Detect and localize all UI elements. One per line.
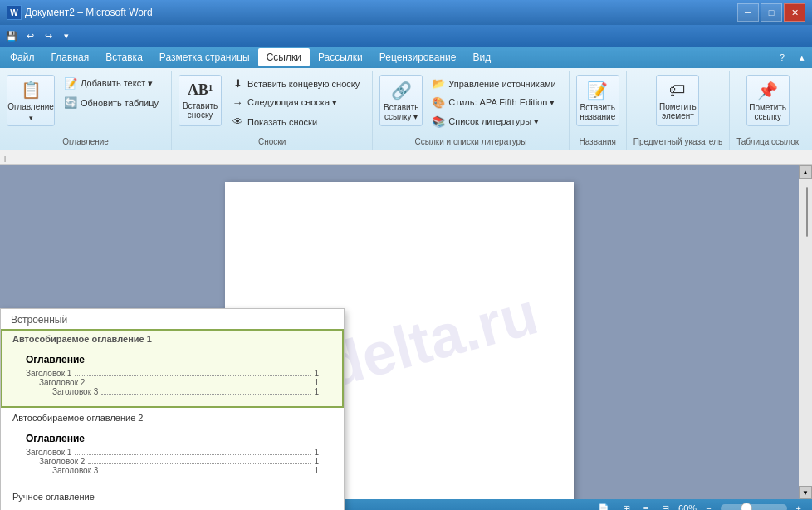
dropdown-section-label: Встроенный <box>1 309 344 329</box>
zoom-slider[interactable] <box>721 504 787 510</box>
menu-insert[interactable]: Вставка <box>97 48 151 66</box>
show-footnotes-button[interactable]: 👁 Показать сноски <box>225 113 365 130</box>
ribbon-footnotes-section: AB¹ Вставить сноску ⬇ Вставить концевую … <box>172 71 373 150</box>
caption-icon: 📝 <box>587 81 608 101</box>
mark-icon: 📌 <box>757 81 778 101</box>
auto-toc-2-label: Автособираемое оглавление 2 <box>12 413 332 423</box>
quick-access-toolbar: 💾 ↩ ↪ ▾ <box>0 25 812 47</box>
scroll-down-button[interactable]: ▼ <box>799 486 812 499</box>
toc1-entry-3: Заголовок 3 1 <box>26 387 319 396</box>
scroll-up-button[interactable]: ▲ <box>799 165 812 179</box>
toc-section-label: Оглавление <box>62 134 109 146</box>
menu-review[interactable]: Рецензирование <box>371 48 465 66</box>
zoom-out-button[interactable]: − <box>702 502 715 510</box>
toc2-entry-2: Заголовок 2 1 <box>26 457 319 466</box>
citations-section-label: Ссылки и списки литературы <box>415 134 527 146</box>
toc2-entry-3: Заголовок 3 1 <box>26 466 319 475</box>
toc-label: Оглавление <box>7 102 54 111</box>
toc-small-group: 📝 Добавить текст ▾ 🔄 Обновить таблицу <box>58 75 164 111</box>
ruler-svg: | <box>0 150 812 165</box>
title-bar-left: W Документ2 – Microsoft Word <box>7 5 153 20</box>
auto-toc-1-label: Автособираемое оглавление 1 <box>12 334 332 344</box>
style-selector-button[interactable]: 🎨 Стиль: APA Fifth Edition ▾ <box>426 94 561 111</box>
add-text-button[interactable]: 📝 Добавить текст ▾ <box>58 75 164 92</box>
ribbon-index-buttons: 🏷 Пометить элемент <box>656 75 699 126</box>
ribbon-minimize-icon[interactable]: ▴ <box>794 49 810 66</box>
ribbon-footnotes-buttons: AB¹ Вставить сноску ⬇ Вставить концевую … <box>179 75 365 130</box>
qat-redo[interactable]: ↪ <box>40 27 56 44</box>
view-web-button[interactable]: ≡ <box>639 502 653 510</box>
window-controls: ─ □ ✕ <box>737 3 805 22</box>
main-layout: Встроенный Автособираемое оглавление 1 О… <box>0 165 812 499</box>
menu-bar: Файл Главная Вставка Разметка страницы С… <box>0 47 812 68</box>
ruler: | <box>0 150 812 165</box>
manual-toc-label: Ручное оглавление <box>12 492 332 502</box>
menu-pagelayout[interactable]: Разметка страницы <box>151 48 258 66</box>
qat-dropdown[interactable]: ▾ <box>58 27 75 44</box>
view-outline-button[interactable]: ⊟ <box>658 502 673 511</box>
insert-footnote-button[interactable]: AB¹ Вставить сноску <box>179 75 222 126</box>
manage-sources-button[interactable]: 📂 Управление источниками <box>426 75 561 92</box>
auto-toc-1-title: Оглавление <box>26 354 319 365</box>
ribbon-citations-buttons: 🔗 Вставить ссылку ▾ 📂 Управление источни… <box>379 75 561 130</box>
toc1-entry-2: Заголовок 2 1 <box>26 378 319 387</box>
app-icon: W <box>7 5 22 20</box>
toc-button[interactable]: 📋 Оглавление ▾ <box>7 75 55 126</box>
update-icon: 🔄 <box>64 96 77 109</box>
ribbon-citation-table-buttons: 📌 Пометить ссылку <box>746 75 790 126</box>
qat-undo[interactable]: ↩ <box>22 27 38 44</box>
vertical-scrollbar[interactable]: ▲ ▼ <box>799 165 812 499</box>
toc-icon: 📋 <box>21 80 42 100</box>
scroll-thumb[interactable] <box>806 187 808 237</box>
insert-endnote-button[interactable]: ⬇ Вставить концевую сноску <box>225 75 365 92</box>
svg-rect-0 <box>0 150 812 165</box>
view-full-button[interactable]: ⊞ <box>619 502 634 511</box>
zoom-thumb[interactable] <box>741 503 752 510</box>
citation-icon: 🔗 <box>391 81 412 101</box>
zoom-in-button[interactable]: + <box>792 502 805 510</box>
toc2-entry-1: Заголовок 1 1 <box>26 448 319 457</box>
close-button[interactable]: ✕ <box>784 3 805 22</box>
menu-mailings[interactable]: Рассылки <box>310 48 371 66</box>
insert-caption-button[interactable]: 📝 Вставить название <box>576 75 619 126</box>
title-bar: W Документ2 – Microsoft Word ─ □ ✕ <box>0 0 812 25</box>
entry-icon: 🏷 <box>669 81 686 100</box>
footnotes-section-label: Сноски <box>258 134 286 146</box>
svg-text:|: | <box>4 154 6 162</box>
footnotes-small-group: ⬇ Вставить концевую сноску → Следующая с… <box>225 75 365 130</box>
menu-view[interactable]: Вид <box>464 48 499 66</box>
view-print-button[interactable]: 📄 <box>594 502 614 511</box>
next-footnote-button[interactable]: → Следующая сноска ▾ <box>225 94 365 111</box>
maximize-button[interactable]: □ <box>761 3 782 22</box>
insert-citation-button[interactable]: 🔗 Вставить ссылку ▾ <box>379 75 423 126</box>
minimize-button[interactable]: ─ <box>737 3 759 22</box>
manual-toc-preview: Оглавление Введите название главы (урове… <box>12 505 332 510</box>
ruler-content: | <box>0 150 812 164</box>
next-icon: → <box>231 96 244 109</box>
ribbon-index-section: 🏷 Пометить элемент Предметный указатель <box>627 71 730 150</box>
show-icon: 👁 <box>231 115 244 128</box>
title-text: Документ2 – Microsoft Word <box>25 7 153 18</box>
captions-section-label: Названия <box>579 134 616 146</box>
toc1-entry-1: Заголовок 1 1 <box>26 369 319 378</box>
qat-save[interactable]: 💾 <box>3 27 20 44</box>
citation-table-section-label: Таблица ссылок <box>736 134 799 146</box>
menu-file[interactable]: Файл <box>2 48 43 66</box>
bibliography-icon: 📚 <box>432 115 445 128</box>
footnote-icon: AB¹ <box>188 81 213 99</box>
help-icon[interactable]: ? <box>774 49 790 66</box>
auto-toc-2-item[interactable]: Автособираемое оглавление 2 Оглавление З… <box>1 408 344 487</box>
auto-toc-1-item[interactable]: Автособираемое оглавление 1 Оглавление З… <box>1 329 344 408</box>
endnote-icon: ⬇ <box>231 77 244 90</box>
ribbon: 📋 Оглавление ▾ 📝 Добавить текст ▾ 🔄 Обно… <box>0 68 812 150</box>
manual-toc-item[interactable]: Ручное оглавление Оглавление Введите наз… <box>1 487 344 510</box>
menu-home[interactable]: Главная <box>43 48 98 66</box>
mark-entry-button[interactable]: 🏷 Пометить элемент <box>656 75 699 126</box>
menu-references[interactable]: Ссылки <box>258 48 310 66</box>
ribbon-captions-buttons: 📝 Вставить название <box>576 75 619 126</box>
auto-toc-2-title: Оглавление <box>26 433 319 444</box>
toc-dropdown: Встроенный Автособираемое оглавление 1 О… <box>0 308 345 510</box>
update-table-button[interactable]: 🔄 Обновить таблицу <box>58 94 164 111</box>
bibliography-button[interactable]: 📚 Список литературы ▾ <box>426 113 561 130</box>
mark-citation-button[interactable]: 📌 Пометить ссылку <box>746 75 790 126</box>
